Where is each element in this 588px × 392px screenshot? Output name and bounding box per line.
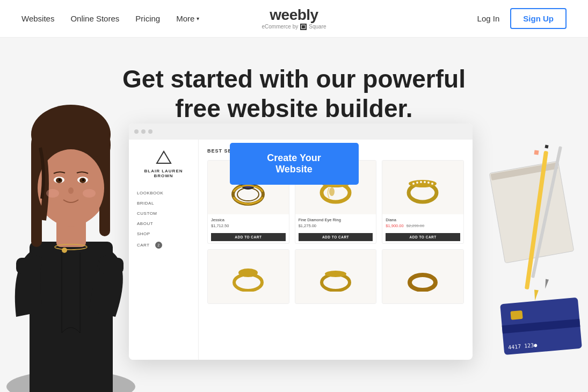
mockup-product-6 xyxy=(382,249,464,304)
svg-point-43 xyxy=(238,268,258,277)
svg-marker-51 xyxy=(533,289,539,301)
nav-right: Log In Sign Up xyxy=(477,8,567,29)
mockup-product-price-jessica: $1,712.50 xyxy=(211,223,286,228)
mockup-sale-price-diana: $1,900.00 xyxy=(386,223,403,228)
mockup-nav-cart: CART 2 xyxy=(137,239,190,251)
svg-point-47 xyxy=(414,278,431,287)
mockup-product-5 xyxy=(295,249,377,304)
hero-title: Get started with our powerful free websi… xyxy=(101,64,488,124)
create-website-button[interactable]: Create Your Website xyxy=(230,143,359,185)
mockup-product-name-diamond: Fine Diamond Eye Ring xyxy=(299,217,373,222)
svg-point-17 xyxy=(68,187,74,194)
mockup-original-price-diana: $2,299.00 xyxy=(406,223,424,228)
svg-point-32 xyxy=(329,187,335,196)
svg-point-19 xyxy=(83,189,96,198)
svg-rect-58 xyxy=(510,310,522,320)
nav-websites[interactable]: Websites xyxy=(21,14,54,23)
svg-point-45 xyxy=(325,271,346,277)
svg-point-16 xyxy=(82,179,84,181)
mockup-product-price-diamond: $1,275.00 xyxy=(299,223,373,228)
logo-name: weebly xyxy=(270,7,318,24)
mockup-add-to-cart-jessica[interactable]: ADD TO CART xyxy=(211,233,286,241)
person-image xyxy=(0,75,142,392)
svg-point-4 xyxy=(62,248,67,253)
mockup-product-name-diana: Diana xyxy=(386,217,460,222)
mockup-product-4 xyxy=(207,249,289,304)
mockup-nav-about: ABOUT xyxy=(137,219,190,229)
mockup-product-info-diana: Diana $1,900.00 $2,299.00 ADD TO CART xyxy=(382,214,463,243)
mockup-product-info-diamond: Fine Diamond Eye Ring $1,275.00 ADD TO C… xyxy=(295,214,376,243)
mockup-product-img-4 xyxy=(208,250,289,303)
svg-point-24 xyxy=(237,188,259,201)
mockup-product-info-jessica: Jessica $1,712.50 ADD TO CART xyxy=(208,214,289,243)
chevron-down-icon: ▾ xyxy=(197,16,199,21)
logo-subtitle: eCommerce by Square xyxy=(262,24,326,30)
nav-online-stores[interactable]: Online Stores xyxy=(70,14,119,23)
cart-badge: 2 xyxy=(155,242,162,249)
svg-rect-21 xyxy=(99,258,124,274)
mockup-nav-shop: SHOP xyxy=(137,229,190,239)
signup-button[interactable]: Sign Up xyxy=(510,8,567,29)
mockup-nav-bridal: BRIDAL xyxy=(137,198,190,208)
mockup-products-row-2 xyxy=(207,249,464,304)
login-button[interactable]: Log In xyxy=(477,14,500,23)
svg-marker-54 xyxy=(543,279,549,289)
mockup-product-img-5 xyxy=(295,250,376,303)
svg-rect-20 xyxy=(16,258,40,274)
svg-point-15 xyxy=(59,179,61,181)
mockup-nav-custom: CUSTOM xyxy=(137,208,190,219)
logo[interactable]: weebly eCommerce by Square xyxy=(262,7,326,30)
mockup-add-to-cart-diana[interactable]: ADD TO CART xyxy=(386,233,460,241)
nav-left: Websites Online Stores Pricing More ▾ xyxy=(21,14,199,23)
nav-more[interactable]: More ▾ xyxy=(176,14,199,23)
svg-point-34 xyxy=(412,187,433,199)
square-icon xyxy=(300,24,307,30)
mockup-product-price-diana: $1,900.00 $2,299.00 xyxy=(386,223,460,228)
header: Websites Online Stores Pricing More ▾ we… xyxy=(0,0,588,38)
mockup-nav-lookbook: LOOKBOOK xyxy=(137,188,190,198)
mockup-product-img-6 xyxy=(382,250,463,303)
nav-pricing[interactable]: Pricing xyxy=(135,14,160,23)
mockup-add-to-cart-diamond[interactable]: ADD TO CART xyxy=(299,233,373,241)
main-content: Get started with our powerful free websi… xyxy=(0,38,588,392)
mockup-product-name-jessica: Jessica xyxy=(211,217,286,222)
svg-point-18 xyxy=(46,189,59,198)
